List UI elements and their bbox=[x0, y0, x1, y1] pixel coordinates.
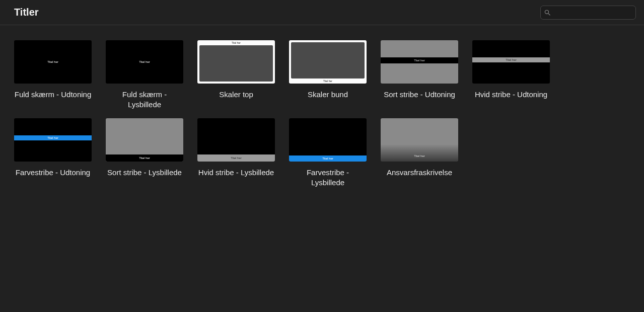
thumbnail-text: Titel her bbox=[106, 157, 183, 160]
tile-label: Sort stribe - Lysbillede bbox=[107, 168, 182, 178]
title-grid: Titel her Fuld skærm - Udtoning Titel he… bbox=[14, 40, 630, 187]
thumbnail: Titel her bbox=[289, 118, 367, 162]
thumbnail: Titel her bbox=[106, 40, 183, 84]
tile-label: Farvestribe - Udtoning bbox=[16, 168, 90, 178]
thumbnail-text: Titel her bbox=[14, 60, 92, 63]
thumbnail-bar: Titel her bbox=[197, 154, 275, 162]
tile-label: Sort stribe - Udtoning bbox=[384, 90, 455, 100]
svg-point-0 bbox=[545, 10, 548, 14]
thumbnail: Titel her bbox=[381, 118, 458, 162]
thumbnail-text: Titel her bbox=[289, 79, 367, 84]
content-area: Titel her Fuld skærm - Udtoning Titel he… bbox=[0, 25, 644, 202]
thumbnail: Titel her bbox=[197, 40, 275, 84]
svg-line-1 bbox=[548, 13, 550, 15]
thumbnail-body bbox=[291, 42, 365, 79]
title-tile-skaler-top[interactable]: Titel her Skaler top bbox=[197, 40, 275, 109]
tile-label: Hvid stribe - Udtoning bbox=[475, 90, 547, 100]
header: Titler bbox=[0, 0, 644, 25]
search-box[interactable] bbox=[540, 6, 636, 20]
thumbnail-text: Titel her bbox=[381, 59, 458, 62]
title-tile-ansvarsfraskrivelse[interactable]: Titel her Ansvarsfraskrivelse bbox=[381, 118, 458, 187]
tile-label: Fuld skærm - Lysbillede bbox=[106, 90, 183, 109]
thumbnail-text: Titel her bbox=[289, 157, 367, 160]
thumbnail-text: Titel her bbox=[381, 154, 458, 158]
tile-label: Ansvarsfraskrivelse bbox=[387, 168, 452, 178]
thumbnail: Titel her bbox=[14, 118, 92, 162]
thumbnail: Titel her bbox=[14, 40, 92, 84]
thumbnail: Titel her bbox=[106, 118, 183, 162]
title-tile-farvestribe-lysbillede[interactable]: Titel her Farvestribe - Lysbillede bbox=[289, 118, 367, 187]
thumbnail-text: Titel her bbox=[106, 60, 183, 63]
thumbnail-body bbox=[199, 45, 273, 82]
tile-label: Fuld skærm - Udtoning bbox=[15, 90, 92, 100]
tile-label: Skaler top bbox=[219, 90, 253, 100]
tile-label: Hvid stribe - Lysbillede bbox=[198, 168, 274, 178]
thumbnail-text: Titel her bbox=[197, 157, 275, 160]
search-icon bbox=[544, 9, 551, 17]
thumbnail-text: Titel her bbox=[14, 136, 92, 139]
page-title: Titler bbox=[14, 7, 39, 18]
title-tile-fuld-skaerm-lysbillede[interactable]: Titel her Fuld skærm - Lysbillede bbox=[106, 40, 183, 109]
title-tile-sort-stribe-udtoning[interactable]: Titel her Sort stribe - Udtoning bbox=[381, 40, 458, 109]
title-tile-hvid-stribe-lysbillede[interactable]: Titel her Hvid stribe - Lysbillede bbox=[197, 118, 275, 187]
thumbnail: Titel her bbox=[289, 40, 367, 84]
title-tile-farvestribe-udtoning[interactable]: Titel her Farvestribe - Udtoning bbox=[14, 118, 92, 187]
thumbnail-stripe: Titel her bbox=[381, 57, 458, 63]
thumbnail: Titel her bbox=[381, 40, 458, 84]
tile-label: Farvestribe - Lysbillede bbox=[289, 168, 367, 187]
tile-label: Skaler bund bbox=[308, 90, 348, 100]
thumbnail-stripe: Titel her bbox=[14, 135, 92, 140]
thumbnail: Titel her bbox=[472, 40, 550, 84]
title-tile-hvid-stribe-udtoning[interactable]: Titel her Hvid stribe - Udtoning bbox=[472, 40, 550, 109]
thumbnail-text: Titel her bbox=[472, 58, 550, 61]
title-tile-sort-stribe-lysbillede[interactable]: Titel her Sort stribe - Lysbillede bbox=[106, 118, 183, 187]
title-tile-fuld-skaerm-udtoning[interactable]: Titel her Fuld skærm - Udtoning bbox=[14, 40, 92, 109]
title-tile-skaler-bund[interactable]: Titel her Skaler bund bbox=[289, 40, 367, 109]
search-input[interactable] bbox=[553, 9, 632, 16]
thumbnail-bar: Titel her bbox=[289, 155, 367, 162]
thumbnail-text: Titel her bbox=[197, 40, 275, 45]
thumbnail-bar: Titel her bbox=[106, 154, 183, 162]
thumbnail: Titel her bbox=[197, 118, 275, 162]
thumbnail-stripe: Titel her bbox=[472, 57, 550, 62]
